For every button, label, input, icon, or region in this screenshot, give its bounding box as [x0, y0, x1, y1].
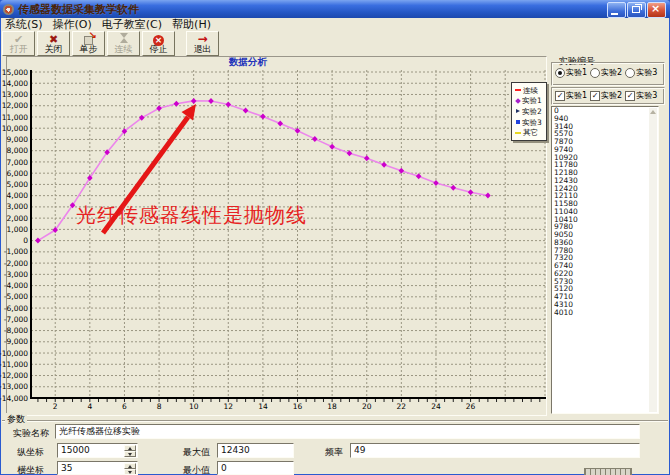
close-button[interactable]: ×	[647, 2, 666, 18]
legend-tick-marker-icon	[516, 109, 520, 113]
open-check-icon	[12, 32, 26, 44]
checkbox-icon: ✓	[590, 91, 600, 101]
experiment-radio-row: 实验1实验2实验3	[555, 67, 660, 78]
stop-button[interactable]: 停止	[142, 31, 175, 56]
window-titlebar: 传感器数据采集教学软件 ×	[0, 0, 670, 18]
checkbox-icon: ✓	[555, 91, 565, 101]
close-x-icon	[47, 32, 61, 44]
restore-icon	[632, 6, 640, 13]
legend-entry: 实验1	[515, 96, 545, 107]
exit-button[interactable]: 退出	[186, 31, 219, 56]
menu-bar: 系统(S)操作(O)电子教室(C)帮助(H)	[0, 18, 670, 31]
legend-entry: 实验3	[515, 117, 545, 128]
close-button[interactable]: 关闭	[37, 31, 70, 56]
minimize-icon	[611, 13, 618, 15]
menu-help[interactable]: 帮助(H)	[167, 17, 216, 32]
menu-system[interactable]: 系统(S)	[0, 17, 48, 32]
single-step-icon	[82, 32, 96, 44]
experiment-checkbox-row: ✓实验1✓实验2✓实验3	[555, 90, 660, 101]
checkbox-label: 实验3	[636, 90, 657, 101]
radio-label: 实验3	[636, 67, 657, 78]
menu-classroom[interactable]: 电子教室(C)	[97, 17, 167, 32]
legend-square-marker-icon	[516, 120, 520, 124]
app-icon	[3, 4, 14, 15]
legend-entry: 实验2	[515, 106, 545, 117]
legend-diamond-marker-icon	[515, 98, 521, 104]
chart-legend: 连续实验1实验2实验3其它	[511, 82, 547, 141]
checkbox-icon: ✓	[625, 91, 635, 101]
continuous-button[interactable]: 连续	[107, 31, 140, 56]
checkbox-label: 实验2	[601, 90, 622, 101]
chart-annotation: 光纤传感器线性是抛物线	[76, 202, 307, 229]
legend-label: 实验2	[522, 107, 542, 116]
open-button[interactable]: 打开	[2, 31, 35, 56]
legend-dash-marker-icon	[515, 89, 521, 91]
params-group-title: 参数	[5, 413, 27, 426]
min-label: 最小值	[183, 464, 210, 475]
legend-label: 连续	[523, 86, 538, 95]
legend-entry: 其它	[515, 127, 545, 138]
checkbox-experiment-1[interactable]: ✓实验1	[555, 90, 587, 101]
min-field[interactable]: 0	[217, 461, 294, 475]
checkbox-experiment-3[interactable]: ✓实验3	[625, 90, 657, 101]
legend-label: 实验3	[522, 118, 542, 127]
chart-panel	[6, 56, 547, 416]
legend-label: 其它	[523, 128, 538, 137]
ycoord-spin-down-button[interactable]	[124, 451, 136, 457]
legend-label: 实验1	[522, 96, 542, 105]
radio-experiment-2[interactable]: 实验2	[590, 67, 622, 78]
window-title: 传感器数据采集教学软件	[18, 2, 139, 17]
xcoord-field[interactable]: 35	[57, 461, 138, 475]
ycoord-label: 纵坐标	[17, 446, 44, 459]
minimize-button[interactable]	[607, 2, 626, 18]
radio-label: 实验1	[566, 67, 587, 78]
step-button[interactable]: 单步	[72, 31, 105, 56]
experiment-name-field[interactable]: 光纤传感器位移实验	[55, 424, 640, 439]
freq-field[interactable]: 49	[350, 443, 640, 458]
chart-title: 数据分析	[180, 56, 316, 69]
close-icon: ×	[648, 3, 663, 15]
hourglass-icon	[117, 32, 131, 44]
ycoord-field[interactable]: 15000	[57, 443, 138, 458]
radio-experiment-1[interactable]: 实验1	[555, 67, 587, 78]
radio-icon	[555, 68, 565, 78]
list-item[interactable]: 4010	[552, 309, 658, 317]
radio-icon	[590, 68, 600, 78]
toolbar-button-label: 连续	[115, 44, 133, 54]
restore-button[interactable]	[627, 2, 646, 18]
checkbox-label: 实验1	[566, 90, 587, 101]
listbox-scrollbar[interactable]	[649, 108, 657, 412]
experiment-name-label: 实验名称	[13, 427, 49, 440]
freq-label: 频率	[325, 446, 343, 459]
toolbar: 打开关闭单步连续停止退出	[2, 31, 221, 55]
legend-entry: 连续	[515, 85, 545, 96]
exit-arrow-icon	[196, 32, 210, 44]
radio-label: 实验2	[601, 67, 622, 78]
radio-icon	[625, 68, 635, 78]
ycoord-value: 15000	[61, 445, 90, 455]
xcoord-label: 横坐标	[17, 464, 44, 475]
xcoord-value: 35	[61, 463, 72, 473]
params-groupbox-line	[2, 420, 668, 422]
data-value-listbox[interactable]: 0940314055707870974010920117801218012430…	[551, 106, 659, 414]
max-field[interactable]: 12430	[217, 443, 294, 458]
legend-dash-marker-icon	[515, 132, 521, 134]
bottom-partial-widget	[584, 468, 632, 475]
xcoord-spin-down-button[interactable]	[124, 469, 136, 475]
checkbox-experiment-2[interactable]: ✓实验2	[590, 90, 622, 101]
scroll-up-icon	[650, 110, 656, 114]
toolbar-button-label: 单步	[80, 44, 98, 54]
max-label: 最大值	[183, 446, 210, 459]
app-window: 传感器数据采集教学软件 × 系统(S)操作(O)电子教室(C)帮助(H) 打开关…	[0, 0, 670, 475]
stop-icon	[152, 32, 166, 44]
radio-experiment-3[interactable]: 实验3	[625, 67, 657, 78]
